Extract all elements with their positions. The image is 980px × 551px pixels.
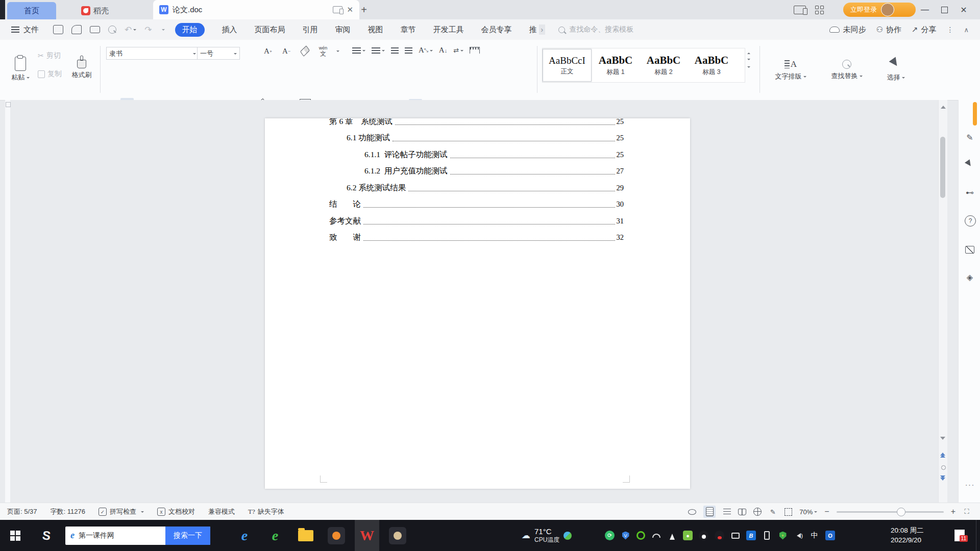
- taskbar-app2-button[interactable]: [385, 520, 410, 551]
- outlook-tray-icon[interactable]: O: [825, 531, 835, 540]
- taskbar-explorer-button[interactable]: [293, 520, 318, 551]
- paste-button[interactable]: 粘贴: [7, 45, 34, 94]
- ocr-image-icon[interactable]: [964, 244, 975, 255]
- paragraph-direction-button[interactable]: ⇄: [453, 46, 463, 54]
- doc-proofing-button[interactable]: x 文档校对: [157, 507, 195, 516]
- page[interactable]: 第 6 章 系统测试25 6.1 功能测试25 6.1.1 评论帖子功能测试25…: [265, 118, 690, 489]
- toc-row[interactable]: 6.1 功能测试25: [265, 129, 624, 146]
- taskbar-search-button[interactable]: 搜索一下: [165, 527, 210, 545]
- tab-insert[interactable]: 插入: [222, 25, 237, 35]
- style-normal[interactable]: AaBbCcI 正文: [543, 49, 592, 82]
- collapse-ribbon-icon[interactable]: ∧: [964, 26, 969, 34]
- devices-icon[interactable]: [794, 6, 806, 14]
- side-orange-handle[interactable]: [973, 102, 977, 126]
- ring-tray-icon[interactable]: [636, 531, 645, 540]
- toc-row[interactable]: 第 6 章 系统测试25: [265, 118, 624, 129]
- start-button[interactable]: [0, 520, 31, 551]
- tab-page-layout[interactable]: 页面布局: [255, 25, 285, 35]
- scrollbar-thumb[interactable]: [940, 137, 945, 198]
- taskbar-wps-button[interactable]: W: [355, 520, 379, 551]
- print-icon[interactable]: [90, 26, 100, 33]
- zoom-slider[interactable]: [837, 511, 944, 513]
- spell-check-button[interactable]: ✓ 拼写检查: [99, 507, 144, 516]
- ime-indicator[interactable]: 中: [810, 531, 819, 540]
- volume-tray-icon[interactable]: ): [794, 531, 803, 540]
- cpu-temp-widget[interactable]: ☁ 71°C CPU温度: [522, 520, 572, 551]
- shield-tray-icon[interactable]: V: [621, 531, 630, 540]
- increase-indent-icon[interactable]: [405, 47, 412, 54]
- tab-overflow[interactable]: 推 ›: [529, 24, 546, 35]
- antivirus-tray-icon[interactable]: +: [778, 531, 788, 540]
- show-desktop-button[interactable]: [976, 520, 980, 551]
- style-heading3[interactable]: AaBbC 标题 3: [688, 49, 736, 81]
- power-tray-icon[interactable]: [730, 531, 740, 540]
- qq2-tray-icon[interactable]: [715, 531, 724, 540]
- print-layout-view-icon[interactable]: [703, 506, 716, 518]
- select-browse-object-icon[interactable]: [941, 465, 946, 470]
- undo-dropdown[interactable]: [133, 29, 136, 32]
- increase-font-button[interactable]: A+: [261, 45, 275, 57]
- scroll-up-icon[interactable]: [941, 103, 946, 109]
- decrease-font-button[interactable]: A−: [280, 45, 293, 57]
- rocket-tray-icon[interactable]: [667, 531, 677, 540]
- print-preview-icon[interactable]: [108, 26, 116, 34]
- location-icon[interactable]: ◈: [964, 271, 975, 283]
- apps-grid-icon[interactable]: [815, 6, 824, 14]
- taskbar-browser-button[interactable]: e: [263, 520, 287, 551]
- outline-view-icon[interactable]: [723, 508, 731, 516]
- restore-button[interactable]: [937, 2, 952, 17]
- minimize-button[interactable]: —: [917, 2, 933, 17]
- gallery-down-icon[interactable]: [747, 59, 750, 62]
- clear-format-icon[interactable]: [298, 45, 311, 57]
- style-heading2[interactable]: AaBbC 标题 2: [640, 49, 688, 81]
- update-tray-icon[interactable]: ⟳: [605, 531, 615, 540]
- wifi-tray-icon[interactable]: [651, 531, 661, 540]
- redo-icon[interactable]: ↷: [144, 24, 152, 35]
- toc-row[interactable]: 6.1.2 用户充值功能测试27: [265, 162, 624, 179]
- taskbar-app1-button[interactable]: [324, 520, 349, 551]
- tabs-ruler-icon[interactable]: [470, 47, 480, 54]
- undo-icon[interactable]: ↶: [125, 24, 132, 35]
- taskbar-search-widget[interactable]: e 第一课件网 搜索一下: [65, 520, 210, 551]
- zoom-level-button[interactable]: 70%: [799, 508, 817, 516]
- tab-review[interactable]: 审阅: [335, 25, 351, 35]
- decrease-indent-icon[interactable]: [391, 47, 399, 54]
- word-count[interactable]: 字数: 11276: [51, 507, 85, 516]
- tab-home[interactable]: 首页: [7, 2, 56, 19]
- text-typeset-button[interactable]: A 文字排版: [769, 46, 813, 94]
- quickbar-more-icon[interactable]: [162, 29, 165, 32]
- fullscreen-icon[interactable]: ⛶: [963, 508, 971, 516]
- gallery-up-icon[interactable]: [747, 51, 750, 54]
- fit-page-icon[interactable]: [784, 508, 792, 516]
- export-icon[interactable]: [71, 25, 82, 34]
- bluetooth-tray-icon[interactable]: B: [746, 531, 756, 540]
- tab-section[interactable]: 章节: [401, 25, 416, 35]
- tab-docer[interactable]: 稻壳: [59, 2, 131, 19]
- gallery-more-icon[interactable]: [747, 66, 750, 69]
- toc-row[interactable]: 结 论30: [265, 195, 624, 212]
- save-icon[interactable]: [53, 25, 63, 34]
- sort-button[interactable]: A↓: [439, 46, 447, 55]
- more-dots-icon[interactable]: ···: [964, 480, 975, 491]
- taskbar-clock[interactable]: 20:08 周二 2022/9/20: [891, 520, 924, 551]
- cursor-icon[interactable]: [964, 159, 975, 170]
- tab-start[interactable]: 开始: [175, 23, 205, 37]
- format-painter-button[interactable]: 格式刷: [67, 45, 96, 94]
- scroll-down-icon[interactable]: [940, 437, 945, 442]
- usb-tray-icon[interactable]: [762, 531, 772, 540]
- help-icon[interactable]: ?: [965, 215, 976, 227]
- share-button[interactable]: ↗ 分享: [912, 25, 937, 35]
- numbered-list-button[interactable]: [372, 47, 385, 54]
- tab-dev-tools[interactable]: 开发工具: [433, 25, 464, 35]
- style-heading1[interactable]: AaBbC 标题 1: [592, 49, 640, 81]
- zoom-out-icon[interactable]: −: [824, 507, 829, 516]
- ink-pencil-icon[interactable]: ✎: [769, 508, 777, 516]
- eye-protect-icon[interactable]: [688, 508, 696, 516]
- qq-tray-icon[interactable]: [699, 531, 708, 540]
- text-direction-button[interactable]: A⤡: [419, 46, 433, 55]
- tab-references[interactable]: 引用: [303, 25, 318, 35]
- font-name-select[interactable]: 隶书: [106, 47, 199, 60]
- bullet-list-button[interactable]: [352, 47, 365, 54]
- notification-center-button[interactable]: 11: [948, 520, 971, 551]
- toc-row[interactable]: 6.1.1 评论帖子功能测试25: [265, 145, 624, 162]
